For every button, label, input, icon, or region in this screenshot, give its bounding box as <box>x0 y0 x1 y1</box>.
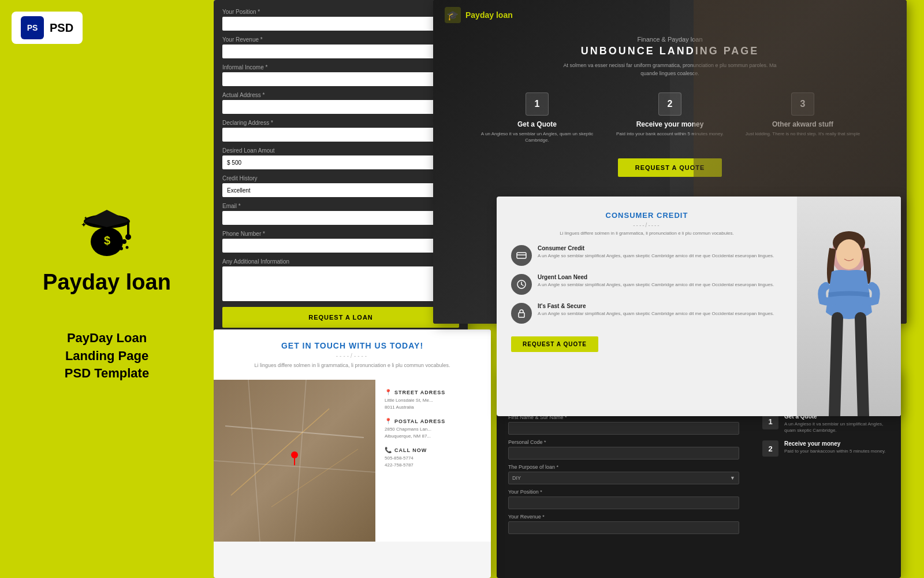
main-content: Your Position * Your Revenue * Informal … <box>214 0 924 578</box>
ps-badge: PS PSD <box>12 12 83 44</box>
svg-line-24 <box>248 380 260 542</box>
urgent-loan-icon <box>511 274 532 295</box>
credit-history-select[interactable]: Excellent ▼ <box>222 183 459 197</box>
svg-line-22 <box>225 426 364 438</box>
consumer-left: CONSUMER CREDIT ----/---- Li lingues dif… <box>497 197 797 416</box>
phone-icon: 📞 <box>385 447 392 453</box>
feature-consumer-credit: Consumer Credit A un Angle so semblar si… <box>511 245 783 266</box>
informal-income-field: Informal Income * <box>222 64 459 86</box>
revenue-label: Your Revenue * <box>222 36 459 43</box>
street-address-item: 📍 STREET ADRESS Little Lonsdale St, Me..… <box>385 389 482 411</box>
contact-bottom: 📍 STREET ADRESS Little Lonsdale St, Me..… <box>214 380 491 542</box>
apply-revenue-label: Your Revenue * <box>508 514 739 520</box>
loan-amount-label: Desired Loan Amout <box>222 147 459 154</box>
apply-name-input[interactable] <box>508 422 739 435</box>
street-address-text: Little Lonsdale St, Me... 8011 Australia <box>385 397 482 411</box>
consumer-credit-text: Consumer Credit A un Angle so semblar si… <box>538 245 774 259</box>
email-input[interactable] <box>222 211 459 225</box>
svg-point-10 <box>125 246 128 249</box>
apply-position-field: Your Position * <box>508 489 739 509</box>
loan-amount-select[interactable]: $ 500 ▼ <box>222 155 459 169</box>
apply-name-field: First Name & Sur Name * <box>508 414 739 435</box>
apply-position-label: Your Position * <box>508 489 739 495</box>
additional-info-label: Any Additional Information <box>222 258 459 265</box>
svg-text:✦: ✦ <box>84 216 88 221</box>
svg-text:✦: ✦ <box>81 221 87 229</box>
contact-info: 📍 STREET ADRESS Little Lonsdale St, Me..… <box>375 380 491 542</box>
declaring-address-field: Declaring Address * <box>222 120 459 142</box>
position-input[interactable] <box>222 17 459 31</box>
fast-secure-icon <box>511 303 532 324</box>
revenue-field: Your Revenue * <box>222 36 459 58</box>
revenue-input[interactable] <box>222 45 459 58</box>
consumer-screenshot: CONSUMER CREDIT ----/---- Li lingues dif… <box>497 197 901 416</box>
additional-info-field: Any Additional Information <box>222 258 459 301</box>
apply-code-input[interactable] <box>508 447 739 460</box>
svg-line-27 <box>271 449 358 507</box>
consumer-person-image <box>797 197 901 416</box>
consumer-divider: ----/---- <box>511 222 783 228</box>
phone-input[interactable] <box>222 239 459 253</box>
step-1-number: 1 <box>526 92 549 116</box>
consumer-title: CONSUMER CREDIT <box>511 211 783 220</box>
apply-step-2-content: Receive your money Paid to your bankacco… <box>784 440 886 457</box>
phone-title: 📞 CALL NOW <box>385 447 482 453</box>
payday-logo-icon: $ ✦ ✦ <box>72 195 141 265</box>
consumer-credit-icon <box>511 245 532 266</box>
request-quote-consumer-button[interactable]: REQUEST A QUOTE <box>511 336 598 352</box>
apply-step-1: 1 Get a Quote A un Angleso it va semblar… <box>762 413 889 433</box>
contact-top: GET IN TOUCH WITH US TODAY! ----/---- Li… <box>214 329 491 380</box>
phone-item: 📞 CALL NOW 505-858-5774 422-758-5787 <box>385 447 482 469</box>
credit-history-label: Credit History <box>222 175 459 181</box>
actual-address-input[interactable] <box>222 100 459 114</box>
postal-address-title: 📍 POSTAL ADRESS <box>385 418 482 424</box>
svg-rect-2 <box>127 221 129 236</box>
position-field: Your Position * <box>222 9 459 31</box>
step-1: 1 Get a Quote A un Angleso it va semblar… <box>479 92 595 143</box>
apply-revenue-field: Your Revenue * <box>508 514 739 534</box>
informal-income-input[interactable] <box>222 72 459 86</box>
hero-brand: Payday loan <box>465 10 513 20</box>
step-2-number: 2 <box>658 92 681 116</box>
svg-point-9 <box>120 247 123 250</box>
consumer-desc: Li lingues differe solmen in li grammati… <box>511 231 783 236</box>
request-loan-button[interactable]: REQUEST A LOAN <box>222 307 459 328</box>
informal-income-label: Informal Income * <box>222 64 459 71</box>
location-icon-1: 📍 <box>385 389 392 395</box>
postal-address-item: 📍 POSTAL ADRESS 2850 Chapmans Lan... Alb… <box>385 418 482 440</box>
ps-icon: PS <box>21 16 44 39</box>
credit-history-field: Credit History Excellent ▼ <box>222 175 459 197</box>
apply-position-input[interactable] <box>508 497 739 509</box>
actual-address-label: Actual Address * <box>222 92 459 98</box>
apply-code-field: Personal Code * <box>508 439 739 460</box>
svg-text:$: $ <box>104 234 110 247</box>
svg-point-8 <box>122 239 126 244</box>
svg-point-28 <box>291 451 298 458</box>
phone-label: Phone Number * <box>222 231 459 237</box>
declaring-address-input[interactable] <box>222 128 459 142</box>
urgent-loan-text: Urgent Loan Need A un Angle so semblar s… <box>538 274 774 288</box>
svg-point-21 <box>836 239 862 269</box>
left-panel: PS PSD $ ✦ ✦ Payday loan PayDay LoanLand… <box>0 0 214 578</box>
apply-revenue-input[interactable] <box>508 521 739 534</box>
contact-divider: ----/---- <box>225 353 479 359</box>
map-area <box>214 380 375 542</box>
svg-line-25 <box>295 380 306 542</box>
apply-purpose-label: The Purpose of loan * <box>508 464 739 470</box>
postal-address-text: 2850 Chapmans Lan... Albuquerque, NM 87.… <box>385 426 482 440</box>
step-1-title: Get a Quote <box>479 120 595 128</box>
position-label: Your Position * <box>222 9 459 15</box>
apply-step-1-content: Get a Quote A un Angleso it va semblar u… <box>784 413 889 433</box>
email-label: Email * <box>222 203 459 209</box>
apply-purpose-field: The Purpose of loan * DIY ▼ <box>508 464 739 484</box>
apply-code-label: Personal Code * <box>508 439 739 445</box>
hero-logo-icon: 🎓 <box>445 7 461 23</box>
contact-desc: Li lingues differe solmen in li grammati… <box>225 362 479 368</box>
apply-purpose-select[interactable]: DIY ▼ <box>508 472 739 484</box>
phone-text: 505-858-5774 422-758-5787 <box>385 455 482 469</box>
psd-label: PSD <box>50 21 73 35</box>
svg-text:🎓: 🎓 <box>447 10 459 21</box>
actual-address-field: Actual Address * <box>222 92 459 114</box>
declaring-address-label: Declaring Address * <box>222 120 459 126</box>
additional-info-textarea[interactable] <box>222 266 459 301</box>
